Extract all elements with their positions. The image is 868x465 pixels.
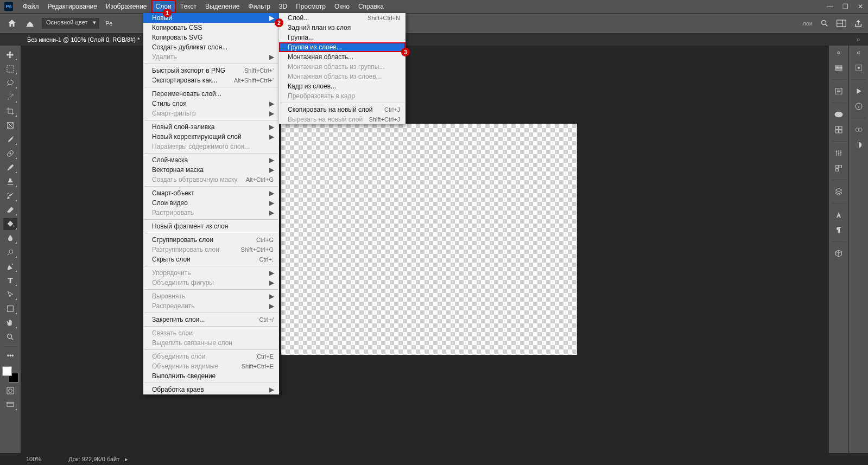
eyedropper-tool-icon[interactable] (3, 133, 17, 145)
layers-menu-item-27[interactable]: Сгруппировать слоиCtrl+G (143, 235, 279, 245)
document-canvas[interactable] (281, 124, 577, 355)
layers-menu-item-6[interactable]: Быстрый экспорт в PNGShift+Ctrl+' (143, 66, 279, 75)
menu-файл[interactable]: Файл (18, 0, 43, 13)
layers-menu-item-13[interactable]: Новый слой-заливка▶ (143, 122, 279, 132)
wand-tool-icon[interactable] (3, 91, 17, 103)
new-submenu-item-10[interactable]: Скопировать на новый слойCtrl+J (279, 105, 406, 114)
color-swatches[interactable] (2, 366, 18, 383)
new-submenu-item-4[interactable]: Монтажная область... (279, 52, 406, 62)
layers-menu-item-18[interactable]: Векторная маска▶ (143, 165, 279, 175)
minimize-button[interactable]: — (822, 0, 838, 13)
new-submenu-item-1[interactable]: Задний план из слоя (279, 23, 406, 33)
menu-изображение[interactable]: Изображение (102, 0, 151, 13)
close-button[interactable]: ✕ (853, 0, 868, 13)
crop-tool-icon[interactable] (3, 105, 17, 117)
circle-panel-icon[interactable] (852, 139, 866, 151)
layers-menu-item-label: Создать дубликат слоя... (152, 43, 274, 51)
properties-panel-icon[interactable] (832, 85, 846, 97)
layers-menu-item-label: Новый слой-заливка (152, 123, 269, 131)
layers-panel-icon[interactable] (832, 186, 846, 198)
annotation-badge-2: 2 (275, 18, 283, 27)
pen-tool-icon[interactable] (3, 260, 17, 272)
layers-menu-item-25[interactable]: Новый фрагмент из слоя (143, 221, 279, 231)
menu-просмотр[interactable]: Просмотр (292, 0, 330, 13)
fill-tool-icon[interactable] (24, 18, 36, 29)
layers-menu-item-46[interactable]: Обработка краев▶ (143, 385, 279, 394)
layers-menu-item-3[interactable]: Создать дубликат слоя... (143, 42, 279, 52)
layers-menu-item-2[interactable]: Копировать SVG (143, 33, 279, 42)
healing-tool-icon[interactable] (3, 148, 17, 160)
fill-dropdown[interactable]: Основной цвет ▾ (41, 17, 100, 29)
new-submenu-item-label: Кадр из слоев... (288, 82, 400, 90)
brushes-panel-icon[interactable] (852, 62, 866, 74)
layers-menu-item-14[interactable]: Новый корректирующий слой▶ (143, 132, 279, 142)
shape-tool-icon[interactable] (3, 303, 17, 315)
layers-menu-item-44[interactable]: Выполнить сведение (143, 371, 279, 381)
dodge-tool-icon[interactable] (3, 246, 17, 258)
new-submenu-item-7[interactable]: Кадр из слоев... (279, 81, 406, 91)
edit-toolbar-icon[interactable]: ••• (3, 350, 17, 362)
layers-menu-item-37[interactable]: Закрепить слои...Ctrl+/ (143, 315, 279, 324)
quickmask-icon[interactable] (3, 385, 17, 397)
layers-menu-item-31: Упорядочить▶ (143, 268, 279, 278)
doc-size[interactable]: Док: 922,9К/0 байт (68, 456, 119, 462)
menu-текст[interactable]: Текст (176, 0, 201, 13)
new-submenu-item-label: Монтажная область... (288, 53, 400, 61)
info-panel-icon[interactable] (852, 100, 866, 112)
layers-menu-item-17[interactable]: Слой-маска▶ (143, 155, 279, 165)
screenmode-icon[interactable] (3, 399, 17, 411)
layers-menu-item-10[interactable]: Стиль слоя▶ (143, 99, 279, 109)
home-button[interactable] (5, 17, 18, 30)
cc-panel-icon[interactable] (852, 124, 866, 136)
document-tab[interactable]: Без имени-1 @ 100% (Слой 0, RGB/8#) * × (20, 34, 157, 46)
share-icon[interactable] (854, 19, 863, 28)
menu-3d[interactable]: 3D (275, 0, 292, 13)
frame-tool-icon[interactable] (3, 119, 17, 131)
layers-menu-item-22[interactable]: Слои видео▶ (143, 198, 279, 208)
foreground-color-swatch[interactable] (2, 366, 12, 376)
layers-menu-item-1[interactable]: Копировать CSS (143, 23, 279, 33)
history-brush-tool-icon[interactable] (3, 190, 17, 202)
new-submenu-item-2[interactable]: Группа... (279, 33, 406, 42)
menu-окно[interactable]: Окно (330, 0, 354, 13)
type-tool-icon[interactable] (3, 275, 17, 286)
adjustments-panel-icon[interactable] (832, 147, 846, 159)
new-submenu-item-3[interactable]: Группа из слоев... (279, 42, 406, 52)
bucket-tool-icon[interactable] (3, 218, 17, 230)
layers-menu-item-29[interactable]: Скрыть слоиCtrl+, (143, 254, 279, 264)
search-icon[interactable] (820, 19, 829, 28)
eraser-tool-icon[interactable] (3, 204, 17, 216)
paragraph-panel-icon[interactable] (832, 224, 846, 236)
zoom-level[interactable]: 100% (26, 456, 41, 462)
menu-редактирование[interactable]: Редактирование (43, 0, 102, 13)
history-panel-icon[interactable] (832, 62, 846, 74)
blur-tool-icon[interactable] (3, 232, 17, 244)
play-panel-icon[interactable] (852, 85, 866, 97)
hand-tool-icon[interactable] (3, 317, 17, 329)
layers-menu-item-7[interactable]: Экспортировать как...Alt+Shift+Ctrl+' (143, 75, 279, 85)
color-panel-icon[interactable] (832, 109, 846, 120)
brush-tool-icon[interactable] (3, 162, 17, 174)
lasso-tool-icon[interactable] (3, 77, 17, 89)
move-tool-icon[interactable] (3, 49, 17, 61)
doctab-menu-icon[interactable]: » (848, 36, 868, 43)
layers-menu-item-21[interactable]: Смарт-объект▶ (143, 188, 279, 198)
stamp-tool-icon[interactable] (3, 176, 17, 188)
panel-collapse-icon[interactable]: « (832, 47, 846, 59)
maximize-button[interactable]: ❐ (838, 0, 853, 13)
zoom-tool-icon[interactable] (3, 331, 17, 343)
layers-menu-item-9[interactable]: Переименовать слой... (143, 89, 279, 99)
panel2-collapse-icon[interactable]: « (852, 47, 866, 59)
styles-panel-icon[interactable] (832, 162, 846, 174)
menu-фильтр[interactable]: Фильтр (244, 0, 275, 13)
layers-menu-item-label: Скрыть слои (152, 256, 259, 263)
3d-panel-icon[interactable] (832, 247, 846, 259)
menu-справка[interactable]: Справка (354, 0, 388, 13)
menu-выделение[interactable]: Выделение (201, 0, 244, 13)
character-panel-icon[interactable] (832, 209, 846, 221)
marquee-tool-icon[interactable] (3, 63, 17, 75)
path-select-tool-icon[interactable] (3, 289, 17, 301)
new-submenu-item-0[interactable]: Слой...Shift+Ctrl+N (279, 13, 406, 23)
swatches-panel-icon[interactable] (832, 124, 846, 136)
workspace-icon[interactable] (837, 20, 846, 27)
